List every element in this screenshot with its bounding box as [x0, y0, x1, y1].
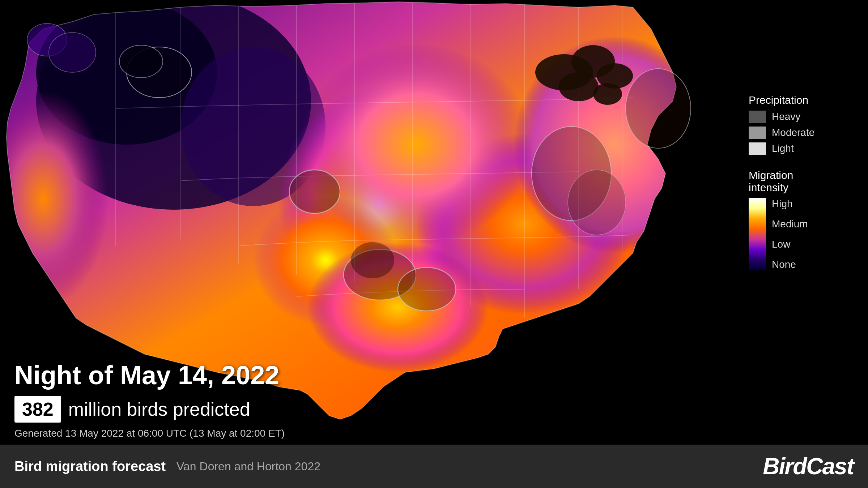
heavy-label: Heavy — [772, 111, 800, 123]
generated-line: Generated 13 May 2022 at 06:00 UTC (13 M… — [14, 428, 285, 439]
migration-gradient-bar — [749, 198, 766, 270]
light-swatch — [749, 142, 766, 155]
migration-low-label: Low — [772, 239, 808, 250]
birds-count-line: 382 million birds predicted — [14, 396, 285, 423]
count-badge: 382 — [14, 396, 61, 423]
migration-medium-label: Medium — [772, 218, 808, 230]
migration-none-label: None — [772, 259, 808, 270]
map-overlay: Night of May 14, 2022 382 million birds … — [14, 360, 285, 439]
migration-legend-title: Migrationintensity — [749, 169, 864, 194]
bottom-bar: Bird migration forecast Van Doren and Ho… — [0, 445, 868, 488]
heavy-swatch — [749, 111, 766, 123]
precipitation-legend-title: Precipitation — [749, 94, 864, 106]
migration-labels: High Medium Low None — [772, 198, 808, 270]
light-label: Light — [772, 143, 794, 154]
legend-item-heavy: Heavy — [749, 111, 864, 123]
svg-point-40 — [568, 170, 626, 235]
legend-panel: Precipitation Heavy Moderate Light Migra… — [749, 94, 864, 273]
bottom-left: Bird migration forecast Van Doren and Ho… — [14, 459, 763, 474]
legend-item-moderate: Moderate — [749, 127, 864, 139]
svg-point-37 — [351, 242, 394, 278]
svg-point-10 — [300, 43, 532, 246]
birdcast-logo: BirdCast — [763, 453, 854, 480]
night-title: Night of May 14, 2022 — [14, 360, 285, 390]
moderate-label: Moderate — [772, 127, 814, 138]
moderate-swatch — [749, 127, 766, 139]
svg-point-26 — [559, 72, 599, 101]
bottom-attribution: Van Doren and Horton 2022 — [176, 460, 320, 473]
bottom-title: Bird migration forecast — [14, 459, 166, 474]
migration-high-label: High — [772, 198, 808, 210]
migration-bar-container: High Medium Low None — [749, 198, 864, 270]
count-label: million birds predicted — [68, 398, 250, 420]
legend-item-light: Light — [749, 142, 864, 155]
